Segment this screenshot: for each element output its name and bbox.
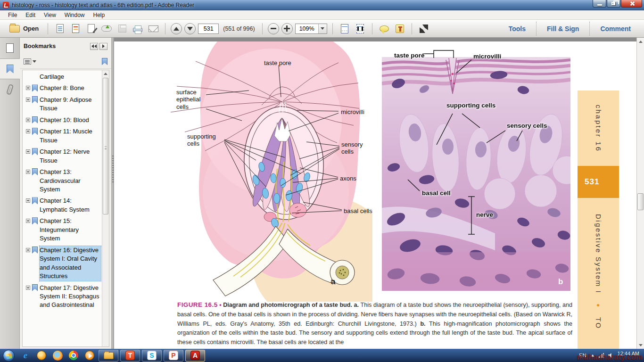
expand-plus-icon[interactable] [26, 86, 30, 90]
media-player-button[interactable] [82, 349, 98, 362]
chapter-side-tab: chapter 16 531 Digestive System I ● TO [578, 90, 619, 349]
bookmark-item[interactable]: Chapter 15: Integumentary System [24, 215, 101, 244]
label-taste-pore-a: taste pore [264, 59, 291, 66]
previous-page-button[interactable] [171, 23, 182, 34]
create-pdf-icon [72, 24, 79, 33]
zoom-dropdown-button[interactable] [318, 24, 327, 33]
zoom-value: 109% [296, 25, 318, 32]
label-sensory-cells-a: sensory cells [341, 141, 363, 156]
bookmark-item[interactable]: Chapter 13: Cardiovascular System [24, 166, 101, 195]
close-button[interactable] [621, 0, 642, 8]
save-button[interactable] [116, 22, 129, 35]
expand-plus-icon[interactable] [26, 248, 30, 252]
collapse-panel-button[interactable] [90, 43, 98, 50]
fit-width-button[interactable] [338, 22, 351, 35]
print-button[interactable] [131, 22, 144, 35]
chevron-down-icon [321, 27, 324, 30]
bookmark-options-icon[interactable] [24, 58, 31, 65]
next-page-button[interactable] [184, 23, 196, 34]
create-pdf-button[interactable] [69, 22, 82, 35]
menu-help[interactable]: Help [89, 11, 109, 19]
bookmarks-scrollbar[interactable] [102, 70, 109, 346]
save-icon [118, 25, 126, 33]
attachments-button[interactable] [0, 79, 20, 100]
comment-button[interactable]: Comment [593, 22, 638, 35]
email-button[interactable] [147, 22, 160, 35]
restore-icon [611, 2, 615, 5]
expand-plus-icon[interactable] [26, 98, 30, 102]
page-thumbnails-button[interactable] [0, 38, 20, 58]
document-area[interactable]: taste pore surface epithelial cells micr… [114, 38, 636, 349]
bookmarks-list[interactable]: Cartilage Chapter 8: Bone Chapter 9: Adi… [22, 70, 109, 347]
open-button[interactable]: Open [6, 24, 42, 34]
bookmarks-panel-button[interactable] [0, 58, 20, 79]
expand-plus-icon[interactable] [26, 219, 30, 223]
scroll-up-icon[interactable] [637, 38, 644, 45]
scrollbar-thumb[interactable] [103, 78, 108, 214]
windows-explorer-button[interactable] [99, 350, 118, 362]
page-number-input[interactable] [198, 24, 219, 34]
label-microvilli-b: microvilli [473, 53, 501, 60]
bookmark-item[interactable]: Chapter 9: Adipose Tissue [24, 94, 101, 115]
fill-sign-button[interactable]: Fill & Sign [539, 22, 586, 35]
expand-plus-icon[interactable] [26, 129, 30, 133]
bookmark-item[interactable]: Chapter 17: Digestive System II: Esophag… [24, 282, 101, 311]
scroll-up-icon[interactable] [102, 70, 109, 77]
toolbar: Open (551 of 996) 109% Tools [0, 20, 644, 38]
skype-button[interactable]: S [142, 350, 162, 362]
minimize-button[interactable] [593, 0, 606, 8]
expand-plus-icon[interactable] [26, 198, 30, 203]
tango-button[interactable]: T [120, 350, 140, 362]
bookmark-icon [32, 116, 38, 123]
zoom-out-button[interactable] [268, 23, 279, 34]
menu-view[interactable]: View [40, 11, 60, 19]
tools-button[interactable]: Tools [501, 22, 533, 35]
sticky-note-button[interactable] [378, 22, 391, 35]
bookmark-item[interactable]: Chapter 10: Blood [24, 115, 101, 126]
menu-file[interactable]: File [4, 11, 21, 19]
document-scrollbar[interactable] [636, 38, 644, 349]
bookmark-icon [32, 128, 38, 135]
gom-player-icon [37, 351, 46, 360]
bookmark-item[interactable]: Chapter 8: Bone [24, 82, 101, 94]
expand-panel-button[interactable] [99, 43, 107, 50]
start-button[interactable] [3, 350, 15, 362]
expand-plus-icon[interactable] [26, 170, 30, 174]
bookmark-item-selected[interactable]: Chapter 16: Digestive System I: Oral Cav… [24, 245, 101, 282]
fit-page-button[interactable] [354, 22, 367, 35]
firefox-button[interactable] [50, 349, 66, 362]
expand-plus-icon[interactable] [26, 118, 30, 122]
highlight-text-button[interactable] [393, 22, 406, 35]
bookmarks-panel: Bookmarks Cartilage Chapter 8: Bone Chap… [20, 38, 112, 349]
gom-player-button[interactable] [33, 349, 50, 362]
powerpoint-button[interactable]: P [164, 350, 183, 362]
bookmark-item[interactable]: Cartilage [24, 71, 101, 82]
fullscreen-button[interactable] [417, 22, 430, 35]
sign-document-button[interactable] [84, 22, 98, 35]
zoom-in-button[interactable] [281, 23, 293, 34]
page-thumbnails-icon [6, 43, 14, 53]
zoom-level-select[interactable]: 109% [295, 24, 327, 34]
options-chevron-icon[interactable] [33, 60, 36, 63]
menu-edit[interactable]: Edit [21, 11, 40, 19]
powerpoint-icon: P [169, 351, 178, 360]
internet-explorer-button[interactable]: e [17, 349, 33, 362]
new-bookmark-icon[interactable] [102, 58, 107, 65]
expand-plus-icon[interactable] [26, 286, 30, 290]
chrome-button[interactable] [66, 349, 82, 362]
chapter-tab-label: chapter 16 [578, 90, 619, 166]
bookmark-item[interactable]: Chapter 11: Muscle Tissue [24, 126, 101, 146]
adobe-reader-taskbar-button[interactable]: A [185, 350, 205, 362]
cloud-upload-button[interactable] [100, 22, 113, 35]
title-bar[interactable]: histology - ross - histology text and at… [0, 0, 644, 10]
bookmark-item[interactable]: Chapter 14: Lymphatic System [24, 195, 101, 215]
scrollbar-thumb[interactable] [637, 193, 644, 210]
expand-plus-icon[interactable] [26, 149, 30, 154]
highlight-icon [396, 25, 404, 33]
share-document-button[interactable] [53, 22, 66, 35]
media-player-icon [85, 351, 94, 360]
restore-button[interactable] [607, 0, 620, 8]
scroll-down-icon[interactable] [637, 341, 644, 349]
bookmark-item[interactable]: Chapter 12: Nerve Tissue [24, 146, 101, 166]
menu-window[interactable]: Window [60, 11, 89, 19]
